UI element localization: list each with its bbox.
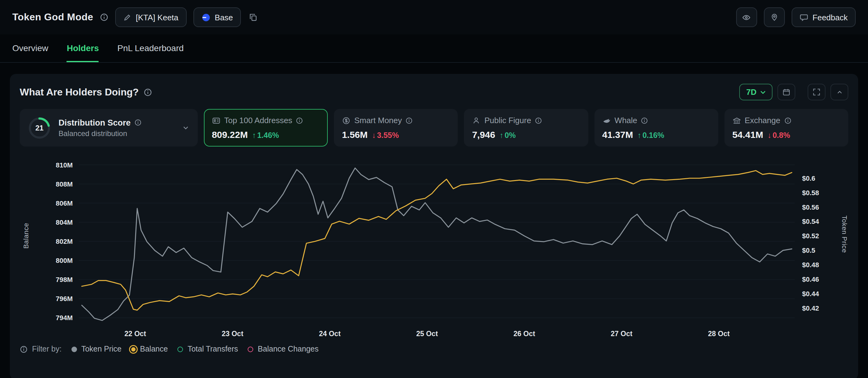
stat-card-smart-money[interactable]: Smart Money 1.56M ↓3.55% (334, 109, 458, 146)
svg-text:$0.44: $0.44 (802, 290, 819, 298)
stat-info-icon[interactable] (535, 117, 542, 124)
svg-text:28 Oct: 28 Oct (708, 330, 730, 338)
svg-text:$0.56: $0.56 (802, 203, 819, 211)
feedback-label: Feedback (812, 12, 848, 22)
stat-value: 809.22M (212, 129, 248, 140)
chevron-down-icon[interactable] (182, 124, 190, 132)
balance-marker (131, 347, 136, 351)
token-selector-button[interactable]: [KTA] Keeta (116, 7, 186, 27)
holders-panel: What Are Holders Doing? 7D (10, 74, 858, 378)
change-arrow: ↑ (500, 131, 504, 140)
change-arrow: ↑ (252, 131, 256, 140)
stat-value: 7,946 (472, 129, 495, 140)
holders-chart[interactable]: 810M808M806M804M802M800M798M796M794M$0.6… (20, 157, 848, 341)
stat-card-top100-addresses[interactable]: Top 100 Addresses 809.22M ↑1.46% (204, 109, 328, 146)
feedback-bubble-icon (800, 13, 808, 22)
filter-info-icon[interactable] (20, 345, 28, 353)
svg-text:27 Oct: 27 Oct (611, 330, 633, 338)
timeframe-value: 7D (746, 88, 756, 97)
coin-icon (342, 116, 350, 125)
watchlist-button[interactable] (736, 7, 757, 27)
panel-info-icon[interactable] (144, 88, 152, 96)
tab-holders[interactable]: Holders (67, 34, 99, 62)
bank-icon (733, 116, 741, 125)
svg-text:23 Oct: 23 Oct (222, 330, 244, 338)
token-price-marker (71, 346, 77, 352)
legend-token-price[interactable]: Token Price (71, 345, 122, 353)
title-info-icon[interactable] (100, 13, 109, 22)
stat-change: ↑0.16% (637, 131, 664, 140)
stat-info-icon[interactable] (296, 117, 303, 124)
token-god-mode-page: Token God Mode [KTA] Keeta Base (0, 0, 868, 378)
copy-address-button[interactable] (248, 7, 259, 27)
right-axis-title: Token Price (841, 215, 848, 253)
fullscreen-button[interactable] (808, 84, 826, 100)
stat-change: ↑1.46% (252, 131, 279, 140)
svg-text:25 Oct: 25 Oct (416, 330, 438, 338)
svg-text:$0.6: $0.6 (802, 175, 815, 182)
svg-text:$0.42: $0.42 (802, 304, 819, 312)
stat-change: ↓0.8% (768, 131, 790, 140)
pin-button[interactable] (764, 7, 785, 27)
svg-text:804M: 804M (56, 218, 73, 226)
person-icon (472, 116, 481, 125)
change-arrow: ↑ (637, 131, 641, 140)
total-transfers-marker (178, 346, 183, 352)
tab-pnl-leaderboard[interactable]: PnL Leaderboard (117, 34, 184, 62)
distribution-score-subtitle: Balanced distribution (59, 129, 174, 138)
expand-icon (812, 88, 820, 96)
chain-selector-button[interactable]: Base (193, 7, 241, 27)
stat-label: Smart Money (354, 116, 402, 125)
edit-pencil-icon (124, 13, 131, 21)
legend-balance[interactable]: Balance (131, 345, 168, 353)
svg-text:802M: 802M (56, 238, 73, 245)
balance-line (82, 171, 792, 310)
svg-text:798M: 798M (56, 276, 73, 283)
stat-card-public-figure[interactable]: Public Figure 7,946 ↑0% (464, 109, 588, 146)
chain-name: Base (215, 12, 233, 22)
stat-value: 54.41M (733, 129, 763, 140)
stat-card-distribution-score[interactable]: 21 Distribution Score Balanced distribut… (20, 109, 198, 146)
legend-total-transfers[interactable]: Total Transfers (178, 345, 238, 353)
stat-change: ↑0% (500, 131, 516, 140)
stat-card-exchange[interactable]: Exchange 54.41M ↓0.8% (724, 109, 848, 146)
base-chain-icon (201, 12, 210, 22)
panel-title: What Are Holders Doing? (20, 87, 138, 98)
svg-text:796M: 796M (56, 295, 73, 303)
caret-down-icon (760, 90, 766, 94)
svg-text:$0.52: $0.52 (802, 232, 819, 240)
distribution-info-icon[interactable] (134, 119, 142, 126)
calendar-button[interactable] (777, 84, 795, 100)
id-card-icon (212, 116, 221, 125)
stat-info-icon[interactable] (784, 117, 791, 124)
tab-overview[interactable]: Overview (12, 34, 49, 62)
svg-text:$0.46: $0.46 (802, 275, 819, 283)
chart-filter-row: Filter by: Token Price Balance Total Tra… (20, 345, 848, 353)
change-arrow: ↓ (768, 131, 772, 140)
svg-text:810M: 810M (56, 161, 73, 169)
svg-text:794M: 794M (56, 314, 73, 322)
copy-icon (249, 13, 257, 22)
collapse-button[interactable] (830, 84, 848, 100)
pin-icon (770, 13, 779, 22)
filter-by-label: Filter by: (32, 345, 62, 353)
change-arrow: ↓ (372, 131, 376, 140)
timeframe-select[interactable]: 7D (740, 84, 773, 100)
legend-balance-changes[interactable]: Balance Changes (248, 345, 318, 353)
svg-text:24 Oct: 24 Oct (319, 330, 341, 338)
svg-text:$0.5: $0.5 (802, 247, 815, 254)
distribution-score-value: 21 (28, 116, 51, 139)
stat-cards-row: 21 Distribution Score Balanced distribut… (20, 109, 848, 146)
svg-text:800M: 800M (56, 257, 73, 265)
stat-info-icon[interactable] (406, 117, 413, 124)
stat-label: Top 100 Addresses (224, 116, 292, 125)
chevron-up-icon (836, 88, 843, 96)
svg-text:$0.54: $0.54 (802, 218, 819, 225)
svg-text:$0.48: $0.48 (802, 261, 819, 269)
feedback-button[interactable]: Feedback (792, 7, 856, 27)
svg-text:$0.58: $0.58 (802, 189, 819, 197)
svg-text:808M: 808M (56, 180, 73, 188)
stat-card-whale[interactable]: Whale 41.37M ↑0.16% (594, 109, 718, 146)
stat-info-icon[interactable] (641, 117, 648, 124)
app-header: Token God Mode [KTA] Keeta Base (0, 0, 868, 34)
